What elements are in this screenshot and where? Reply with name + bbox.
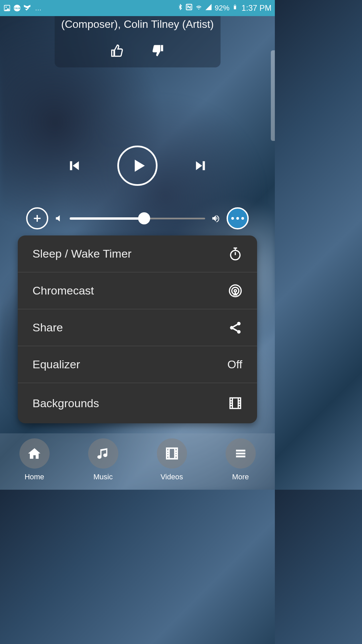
volume-low-icon — [54, 214, 64, 223]
svg-point-16 — [237, 330, 241, 334]
nav-label: More — [232, 473, 249, 481]
menu-item-share[interactable]: Share — [18, 309, 257, 346]
svg-rect-6 — [234, 5, 235, 5]
nav-label: Home — [24, 473, 44, 481]
volume-row — [0, 207, 275, 229]
nfc-icon — [185, 3, 193, 13]
film-icon — [157, 438, 187, 469]
next-track-button[interactable] — [194, 159, 207, 172]
menu-label: Backgrounds — [33, 397, 99, 410]
rating-row — [61, 44, 214, 57]
player-controls — [0, 146, 275, 186]
slider-thumb[interactable] — [138, 212, 150, 224]
svg-point-14 — [237, 322, 241, 325]
music-icon — [88, 438, 118, 469]
calm-app-icon: CALM — [13, 4, 21, 12]
menu-label: Sleep / Wake Timer — [33, 247, 131, 260]
thumbs-up-icon[interactable] — [111, 44, 124, 57]
battery-percent: 92% — [215, 4, 230, 12]
menu-item-sleep-timer[interactable]: Sleep / Wake Timer — [18, 235, 257, 272]
menu-label: Equalizer — [33, 358, 80, 371]
timer-icon — [228, 247, 242, 261]
track-info-card: (Composer), Colin Tilney (Artist) — [55, 16, 221, 67]
status-time: 1:37 PM — [242, 3, 272, 13]
status-right: 92% 1:37 PM — [177, 3, 272, 13]
more-notifications-icon: … — [34, 4, 42, 12]
volume-high-icon — [211, 214, 221, 223]
battery-icon — [232, 3, 238, 13]
cast-icon — [228, 284, 242, 298]
signal-icon — [205, 3, 212, 13]
menu-icon — [226, 438, 256, 469]
previous-track-button[interactable] — [68, 159, 81, 172]
nav-home[interactable]: Home — [19, 438, 50, 481]
status-left: CALM … — [3, 4, 42, 12]
track-artist-line: (Composer), Colin Tilney (Artist) — [61, 16, 214, 44]
gallery-icon — [3, 4, 11, 12]
menu-label: Chromecast — [33, 284, 94, 297]
volume-slider[interactable] — [70, 217, 205, 219]
add-button[interactable] — [26, 207, 48, 229]
svg-rect-8 — [70, 161, 72, 170]
menu-label: Share — [33, 321, 63, 334]
menu-item-equalizer[interactable]: Equalizer Off — [18, 346, 257, 383]
wifi-icon — [195, 3, 203, 13]
slider-fill — [70, 217, 144, 220]
status-bar: CALM … 92% 1:37 PM — [0, 0, 275, 16]
nav-videos[interactable]: Videos — [157, 438, 187, 481]
nav-more[interactable]: More — [226, 438, 256, 481]
more-dots-icon — [231, 217, 244, 220]
home-icon — [19, 438, 50, 469]
check-app-icon — [23, 4, 31, 12]
options-menu: Sleep / Wake Timer Chromecast Share Equa… — [18, 235, 257, 423]
svg-point-13 — [234, 289, 237, 292]
svg-point-15 — [230, 326, 234, 329]
share-icon — [228, 321, 242, 335]
thumbs-down-icon[interactable] — [151, 44, 164, 57]
svg-rect-7 — [234, 5, 236, 6]
equalizer-value: Off — [227, 358, 242, 371]
bottom-nav: Home Music Videos More — [0, 433, 275, 490]
play-button[interactable] — [117, 146, 158, 186]
svg-rect-9 — [203, 161, 205, 170]
more-options-button[interactable] — [227, 207, 249, 229]
bluetooth-icon — [177, 3, 183, 13]
film-icon — [228, 396, 242, 410]
svg-text:CALM: CALM — [14, 7, 20, 9]
menu-item-backgrounds[interactable]: Backgrounds — [18, 383, 257, 423]
nav-music[interactable]: Music — [88, 438, 118, 481]
nav-label: Music — [94, 473, 113, 481]
menu-item-chromecast[interactable]: Chromecast — [18, 272, 257, 309]
svg-point-1 — [5, 6, 7, 8]
nav-label: Videos — [161, 473, 183, 481]
scroll-indicator[interactable] — [271, 50, 275, 141]
